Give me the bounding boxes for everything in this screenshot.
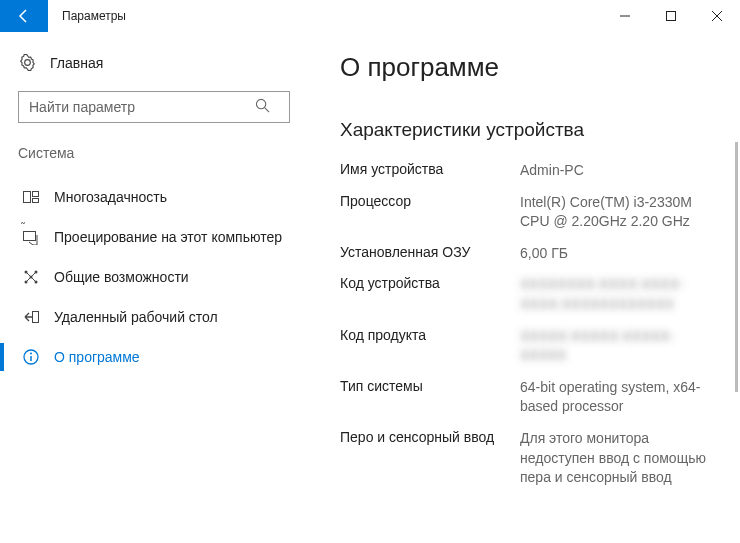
search-input[interactable] bbox=[18, 91, 290, 123]
spec-row-system-type: Тип системы 64-bit operating system, x64… bbox=[340, 378, 728, 417]
spec-value-blurred: XXXXXXXX-XXXX-XXXX-XXXX-XXXXXXXXXXXX bbox=[520, 275, 728, 314]
window-controls bbox=[602, 0, 740, 32]
spec-value-blurred: XXXXX-XXXXX-XXXXX-XXXXX bbox=[520, 327, 728, 366]
svg-line-18 bbox=[31, 277, 36, 282]
back-button[interactable] bbox=[0, 0, 48, 32]
spec-label: Код устройства bbox=[340, 275, 520, 291]
scrollbar-thumb[interactable] bbox=[735, 142, 738, 392]
sidebar-group-title: Система bbox=[18, 145, 302, 161]
spec-value: 64-bit operating system, x64-based proce… bbox=[520, 378, 728, 417]
spec-label: Имя устройства bbox=[340, 161, 520, 177]
spec-row-device-id: Код устройства XXXXXXXX-XXXX-XXXX-XXXX-X… bbox=[340, 275, 728, 314]
svg-line-17 bbox=[26, 277, 31, 282]
shared-icon bbox=[22, 269, 40, 285]
sidebar-item-label: Многозадачность bbox=[54, 189, 167, 205]
svg-line-5 bbox=[265, 108, 269, 112]
spec-row-device-name: Имя устройства Admin-PC bbox=[340, 161, 728, 181]
sidebar-item-remote-desktop[interactable]: Удаленный рабочий стол bbox=[18, 297, 302, 337]
sidebar-item-label: Общие возможности bbox=[54, 269, 189, 285]
sidebar-item-about[interactable]: О программе bbox=[18, 337, 302, 377]
arrow-left-icon bbox=[16, 8, 32, 24]
spec-value: Для этого монитора недоступен ввод с пом… bbox=[520, 429, 728, 488]
close-button[interactable] bbox=[694, 0, 740, 32]
svg-line-16 bbox=[31, 272, 36, 277]
svg-rect-6 bbox=[24, 192, 31, 203]
spec-label: Установленная ОЗУ bbox=[340, 244, 520, 260]
sidebar-item-label: Проецирование на этот компьютер bbox=[54, 229, 282, 245]
spec-value: Admin-PC bbox=[520, 161, 728, 181]
sidebar-item-projecting[interactable]: Проецирование на этот компьютер bbox=[18, 217, 302, 257]
main-pane: О программе Характеристики устройства Им… bbox=[320, 32, 740, 543]
spec-label: Перо и сенсорный ввод bbox=[340, 429, 520, 445]
spec-label: Тип системы bbox=[340, 378, 520, 394]
svg-rect-7 bbox=[33, 192, 39, 197]
svg-rect-19 bbox=[33, 312, 39, 323]
remote-desktop-icon bbox=[22, 309, 40, 325]
minimize-button[interactable] bbox=[602, 0, 648, 32]
search-box bbox=[18, 91, 302, 123]
spec-row-processor: Процессор Intel(R) Core(TM) i3-2330M CPU… bbox=[340, 193, 728, 232]
maximize-icon bbox=[666, 11, 676, 21]
minimize-icon bbox=[620, 11, 630, 21]
svg-rect-9 bbox=[24, 232, 36, 241]
maximize-button[interactable] bbox=[648, 0, 694, 32]
spec-label: Процессор bbox=[340, 193, 520, 209]
content-area: Главная Система ͂ Многозадачность Проеци… bbox=[0, 32, 740, 543]
multitasking-icon bbox=[22, 189, 40, 205]
spec-label: Код продукта bbox=[340, 327, 520, 343]
sidebar-item-shared-experiences[interactable]: Общие возможности bbox=[18, 257, 302, 297]
spec-row-product-id: Код продукта XXXXX-XXXXX-XXXXX-XXXXX bbox=[340, 327, 728, 366]
sidebar-nav: Многозадачность Проецирование на этот ко… bbox=[18, 177, 302, 377]
sidebar-item-multitasking[interactable]: Многозадачность bbox=[18, 177, 302, 217]
titlebar: Параметры bbox=[0, 0, 740, 32]
svg-line-15 bbox=[26, 272, 31, 277]
home-link[interactable]: Главная bbox=[18, 50, 302, 75]
spec-row-pen-touch: Перо и сенсорный ввод Для этого монитора… bbox=[340, 429, 728, 488]
info-icon bbox=[22, 349, 40, 365]
section-title-device-specs: Характеристики устройства bbox=[340, 119, 728, 141]
spec-row-ram: Установленная ОЗУ 6,00 ГБ bbox=[340, 244, 728, 264]
sidebar-item-label: О программе bbox=[54, 349, 140, 365]
home-label: Главная bbox=[50, 55, 103, 71]
sidebar: Главная Система ͂ Многозадачность Проеци… bbox=[0, 32, 320, 543]
spec-value: 6,00 ГБ bbox=[520, 244, 728, 264]
svg-rect-8 bbox=[33, 199, 39, 203]
svg-rect-1 bbox=[667, 12, 676, 21]
close-icon bbox=[712, 11, 722, 21]
search-icon bbox=[255, 98, 270, 116]
sidebar-item-label: Удаленный рабочий стол bbox=[54, 309, 218, 325]
svg-point-21 bbox=[30, 353, 32, 355]
gear-icon bbox=[18, 54, 36, 71]
spec-value: Intel(R) Core(TM) i3-2330M CPU @ 2.20GHz… bbox=[520, 193, 728, 232]
svg-point-4 bbox=[256, 99, 265, 108]
page-title: О программе bbox=[340, 52, 728, 83]
window-title: Параметры bbox=[48, 0, 602, 32]
projecting-icon bbox=[22, 229, 40, 245]
